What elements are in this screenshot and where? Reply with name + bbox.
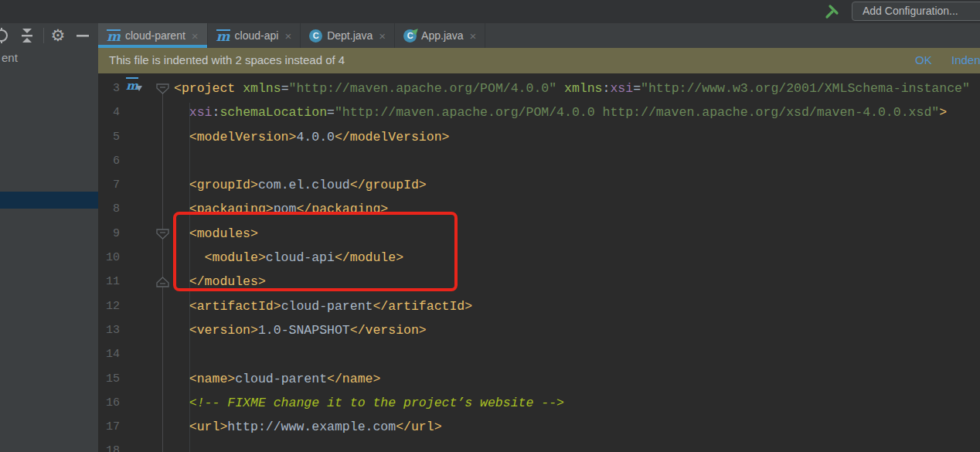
code-line[interactable]: 17<url>http://www.example.com</url> bbox=[98, 415, 980, 439]
red-annotation-box bbox=[173, 212, 458, 291]
banner-indent-link[interactable]: Indent bbox=[951, 53, 980, 66]
code-line[interactable]: 7<groupId>com.el.cloud</groupId> bbox=[98, 173, 980, 197]
add-configuration-button[interactable]: Add Configuration... bbox=[852, 2, 980, 21]
runnable-class-icon: C bbox=[403, 29, 417, 42]
tab-close-icon[interactable]: × bbox=[284, 29, 291, 42]
code-text: <url>http://www.example.com</url> bbox=[174, 415, 442, 439]
project-tree-selected-row[interactable] bbox=[0, 192, 98, 209]
line-number: 6 bbox=[101, 149, 120, 173]
ide-window: Add Configuration... ⚙ bbox=[0, 0, 980, 452]
main-toolbar: Add Configuration... bbox=[0, 0, 980, 23]
maven-icon: m bbox=[216, 29, 230, 42]
code-line[interactable]: 15<name>cloud-parent</name> bbox=[98, 367, 980, 391]
class-icon: C bbox=[309, 29, 322, 42]
tab-label: cloud-parent bbox=[125, 29, 185, 42]
code-text: xsi:schemaLocation=″http://maven.apache.… bbox=[174, 100, 947, 124]
hide-panel-icon[interactable] bbox=[74, 27, 91, 44]
code-text: <version>1.0-SNAPSHOT</version> bbox=[174, 318, 427, 342]
line-number: 4 bbox=[101, 100, 120, 124]
code-text: <project xmlns=″http://maven.apache.org/… bbox=[174, 76, 970, 100]
tab-label: App.java bbox=[421, 29, 463, 42]
code-text: <!-- FIXME change it to the project’s we… bbox=[174, 391, 564, 415]
line-number: 10 bbox=[101, 246, 120, 270]
line-number: 18 bbox=[101, 439, 120, 452]
code-text: <groupId>com.el.cloud</groupId> bbox=[174, 173, 427, 197]
project-tool-window: ⚙ ent bbox=[0, 23, 98, 452]
tab-label: cloud-api bbox=[235, 29, 279, 42]
tab-close-icon[interactable]: × bbox=[470, 29, 477, 42]
code-line[interactable]: 3<project xmlns=″http://maven.apache.org… bbox=[98, 76, 980, 100]
maven-icon: m bbox=[107, 29, 121, 42]
editor-tab-cloud-parent[interactable]: mcloud-parent× bbox=[98, 23, 208, 48]
tab-label: Dept.java bbox=[327, 29, 373, 42]
code-line[interactable]: 12<artifactId>cloud-parent</artifactId> bbox=[98, 294, 980, 318]
code-line[interactable]: 5<modelVersion>4.0.0</modelVersion> bbox=[98, 125, 980, 149]
tab-close-icon[interactable]: × bbox=[379, 29, 386, 42]
line-number: 17 bbox=[101, 415, 120, 439]
toolbar-separator bbox=[43, 28, 44, 43]
code-text: <artifactId>cloud-parent</artifactId> bbox=[174, 294, 472, 318]
editor-tab-Dept.java[interactable]: CDept.java× bbox=[301, 23, 395, 48]
tab-close-icon[interactable]: × bbox=[192, 29, 199, 42]
code-line[interactable]: 6 bbox=[98, 149, 980, 173]
run-arrow-icon bbox=[411, 26, 420, 35]
line-number: 14 bbox=[101, 342, 120, 366]
code-line[interactable]: 18 bbox=[98, 439, 980, 452]
line-number: 9 bbox=[101, 222, 120, 246]
tab-bar: mcloud-parent×mcloud-api×CDept.java×CApp… bbox=[98, 23, 980, 48]
build-hammer-icon[interactable] bbox=[822, 2, 841, 21]
collapse-all-icon[interactable] bbox=[19, 27, 36, 44]
line-number: 8 bbox=[101, 197, 120, 221]
code-text: <modelVersion>4.0.0</modelVersion> bbox=[174, 125, 449, 149]
line-number: 15 bbox=[101, 367, 120, 391]
code-text: <name>cloud-parent</name> bbox=[174, 367, 380, 391]
editor-banner: This file is indented with 2 spaces inst… bbox=[98, 48, 980, 73]
line-number: 16 bbox=[101, 391, 120, 415]
locate-icon[interactable] bbox=[0, 27, 10, 44]
banner-ok-link[interactable]: OK bbox=[915, 53, 932, 66]
code-line[interactable]: 16<!-- FIXME change it to the project’s … bbox=[98, 391, 980, 415]
editor-tab-App.java[interactable]: CApp.java× bbox=[395, 23, 485, 48]
line-number: 7 bbox=[101, 173, 120, 197]
banner-message: This file is indented with 2 spaces inst… bbox=[109, 53, 345, 66]
editor-tab-cloud-api[interactable]: mcloud-api× bbox=[208, 23, 301, 48]
line-number: 12 bbox=[101, 294, 120, 318]
line-number: 11 bbox=[101, 270, 120, 294]
code-line[interactable]: 4xsi:schemaLocation=″http://maven.apache… bbox=[98, 100, 980, 124]
code-line[interactable]: 14 bbox=[98, 342, 980, 366]
settings-gear-icon[interactable]: ⚙ bbox=[49, 27, 66, 44]
project-tree-item[interactable]: ent bbox=[2, 51, 18, 64]
line-number: 13 bbox=[101, 318, 120, 342]
line-number: 5 bbox=[101, 125, 120, 149]
line-number: 3 bbox=[101, 76, 120, 100]
code-line[interactable]: 13<version>1.0-SNAPSHOT</version> bbox=[98, 318, 980, 342]
project-toolbar: ⚙ bbox=[0, 23, 98, 48]
